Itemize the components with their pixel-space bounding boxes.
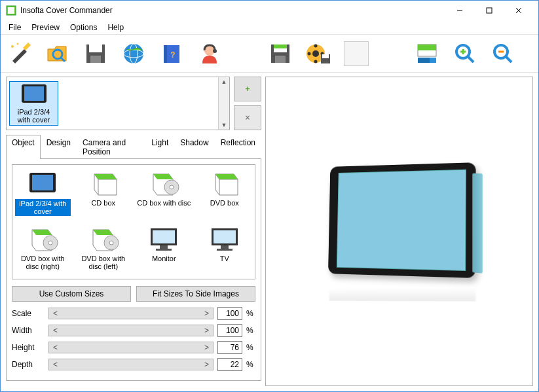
svg-point-8 [11,45,14,48]
blank-tool[interactable] [344,41,369,66]
maximize-button[interactable] [474,1,504,20]
selected-object-item[interactable]: iPad 2/3/4 with cover [9,81,58,126]
gallery-item[interactable]: iPad 2/3/4 with cover [14,169,72,221]
svg-point-30 [314,60,318,63]
gallery-item-label: Monitor [136,255,192,262]
width-unit: % [246,326,255,335]
svg-point-31 [308,52,311,55]
export-video-icon[interactable] [306,41,331,66]
use-custom-sizes-button[interactable]: Use Custom Sizes [12,286,131,302]
menubar: File Preview Options Help [1,20,538,35]
svg-rect-63 [217,249,232,251]
svg-point-28 [312,50,319,57]
svg-rect-19 [164,45,167,63]
monitor-icon [208,226,242,253]
zoom-in-icon[interactable] [453,41,477,66]
svg-point-9 [17,43,19,45]
web-icon[interactable] [121,41,146,66]
menu-options[interactable]: Options [65,22,102,33]
scale-slider[interactable]: <> [48,308,214,319]
height-input[interactable] [217,341,242,354]
list-scrollbar[interactable]: ▲▼ [218,77,229,130]
gallery-item[interactable]: Monitor [135,224,193,275]
svg-rect-14 [90,56,101,63]
gallery-item[interactable]: DVD box [196,169,254,221]
gallery-item[interactable]: TV [196,224,254,275]
delete-object-button[interactable]: × [234,105,261,130]
tab-light[interactable]: Light [145,135,174,159]
tab-camera[interactable]: Camera and Position [77,135,145,159]
open-icon[interactable] [45,41,70,66]
gallery-item-label: DVD box [197,199,253,207]
svg-rect-49 [32,175,53,190]
fit-sizes-button[interactable]: Fit Sizes To Side Images [136,286,255,302]
depth-input[interactable] [217,358,242,371]
toolbar: ? [1,35,538,73]
zoom-out-icon[interactable] [491,41,515,66]
svg-line-40 [468,56,474,62]
svg-point-15 [124,44,143,63]
svg-marker-6 [12,49,27,63]
selected-objects-list[interactable]: iPad 2/3/4 with cover ▲▼ [6,77,230,130]
height-unit: % [246,343,255,352]
box-icon [86,170,121,198]
wizard-icon[interactable] [7,41,32,66]
svg-rect-36 [418,45,436,50]
box-disc-icon [86,226,121,253]
scale-label: Scale [12,309,45,318]
svg-marker-7 [23,43,31,50]
svg-line-44 [506,56,511,62]
tab-design[interactable]: Design [41,135,77,159]
svg-point-22 [213,49,217,53]
tabs: Object Design Camera and Position Light … [6,134,261,159]
add-object-button[interactable]: + [234,77,261,101]
gallery-item-label: DVD box with disc (left) [76,255,132,270]
render-icon[interactable] [415,41,439,66]
svg-rect-58 [160,245,168,249]
svg-text:?: ? [170,50,175,60]
preview-pane[interactable] [265,77,533,386]
titlebar: Insofta Cover Commander [1,1,538,20]
monitor-icon [147,226,181,253]
width-slider[interactable]: <> [48,325,214,336]
height-slider[interactable]: <> [48,342,214,353]
help-book-icon[interactable]: ? [159,41,184,66]
svg-rect-3 [487,8,492,13]
close-button[interactable] [504,1,533,20]
scale-input[interactable] [217,307,242,320]
menu-file[interactable]: File [3,22,26,33]
minimize-button[interactable] [445,1,474,20]
width-input[interactable] [217,324,242,337]
ipad-icon [26,170,60,198]
depth-slider[interactable]: <> [48,359,214,370]
gallery-item[interactable]: CD box with disc [135,169,193,221]
save-icon[interactable] [83,41,108,66]
menu-help[interactable]: Help [102,22,129,33]
gallery-item[interactable]: DVD box with disc (right) [14,224,72,275]
tab-object[interactable]: Object [6,135,41,159]
tab-shadow[interactable]: Shadow [174,135,214,159]
gallery-item[interactable]: CD box [75,169,133,221]
scale-unit: % [246,309,255,318]
svg-point-55 [109,241,113,245]
svg-point-29 [314,44,318,47]
width-label: Width [12,326,45,335]
gallery-item-label: CD box [76,199,132,207]
menu-preview[interactable]: Preview [26,22,65,33]
svg-rect-61 [214,230,236,243]
gallery-item-label: CD box with disc [136,199,192,207]
tab-reflection[interactable]: Reflection [215,135,261,159]
svg-rect-38 [418,58,430,63]
support-icon[interactable] [197,41,222,66]
svg-rect-62 [221,245,229,249]
gallery-item[interactable]: DVD box with disc (left) [75,224,133,275]
svg-rect-59 [156,249,172,251]
selected-object-label: iPad 2/3/4 with cover [11,108,56,124]
export-image-icon[interactable] [268,41,293,66]
object-gallery[interactable]: iPad 2/3/4 with coverCD boxCD box with d… [12,164,255,279]
svg-rect-34 [322,54,329,58]
svg-rect-1 [8,7,14,14]
height-label: Height [12,343,45,352]
window-title: Insofta Cover Commander [20,6,445,15]
box-disc-icon [26,226,60,253]
